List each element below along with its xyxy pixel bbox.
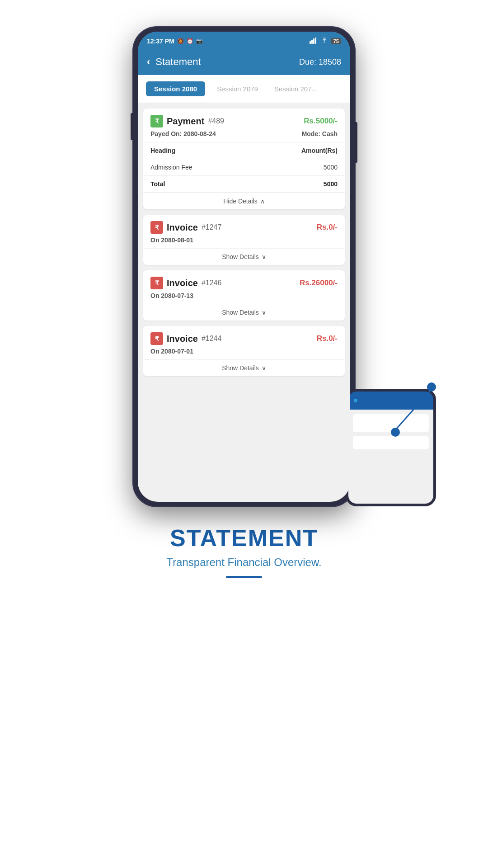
wifi-icon [320, 38, 328, 45]
invoice-icon-1: ₹ [150, 277, 163, 289]
chevron-down-icon-2: ∨ [262, 364, 266, 372]
clock-icon: ⏰ [187, 38, 193, 44]
col-heading: Heading [143, 142, 249, 159]
invoice-card-0: ₹ Invoice #1247 Rs.0/- On 2080-08-01 Sho… [143, 215, 345, 265]
svg-rect-0 [310, 41, 311, 44]
show-details-button-0[interactable]: Show Details ∨ [143, 248, 345, 265]
payment-icon: ₹ [150, 115, 163, 127]
invoice-amount-0: Rs.0/- [317, 223, 338, 232]
total-row: Total 5000 [143, 176, 345, 193]
invoice-date-0: On 2080-08-01 [143, 236, 345, 248]
tab-session-2079[interactable]: Session 2079 [212, 81, 263, 96]
content-area: ₹ Payment #489 Rs.5000/- Payed On: 2080-… [138, 103, 350, 387]
invoice-icon-2: ₹ [150, 332, 163, 345]
bottom-underline [226, 576, 262, 578]
payment-card-header: ₹ Payment #489 Rs.5000/- [143, 108, 345, 129]
bottom-section: STATEMENT Transparent Financial Overview… [166, 524, 321, 605]
page-title: Statement [155, 56, 201, 68]
invoice-icon-0: ₹ [150, 221, 163, 234]
invoice-number-0: #1247 [202, 223, 222, 231]
tab-session-2080[interactable]: Session 2080 [146, 81, 205, 96]
invoice-date-1: On 2080-07-13 [143, 291, 345, 304]
invoice-amount-1: Rs.26000/- [300, 278, 338, 288]
invoice-type-0: Invoice [167, 222, 198, 233]
power-button [355, 122, 357, 163]
chevron-down-icon-0: ∨ [262, 253, 266, 260]
invoice-type-2: Invoice [167, 334, 198, 344]
signal-icon [310, 38, 318, 45]
invoice-card-2: ₹ Invoice #1244 Rs.0/- On 2080-07-01 Sho… [143, 326, 345, 376]
invoice-type-1: Invoice [167, 278, 198, 288]
decoration-dots [386, 373, 441, 448]
payed-on: Payed On: 2080-08-24 [150, 130, 216, 137]
volume-button [131, 113, 133, 140]
camera-icon: 📷 [196, 38, 203, 44]
svg-line-6 [395, 389, 432, 430]
due-amount: Due: 18508 [299, 57, 341, 67]
time-text: 12:37 PM [147, 38, 174, 45]
invoice-title-1: ₹ Invoice #1246 [150, 277, 221, 289]
session-tabs: Session 2080 Session 2079 Session 207... [138, 75, 350, 103]
invoice-date-2: On 2080-07-01 [143, 347, 345, 359]
status-time: 12:37 PM 🔕 ⏰ 📷 [147, 38, 203, 45]
status-bar: 12:37 PM 🔕 ⏰ 📷 [138, 32, 350, 51]
svg-rect-3 [315, 38, 316, 44]
chevron-up-icon: ∧ [260, 198, 265, 205]
invoice-list: ₹ Invoice #1247 Rs.0/- On 2080-08-01 Sho… [143, 215, 345, 376]
payment-type: Payment [167, 116, 204, 127]
invoice-number-1: #1246 [202, 279, 222, 287]
status-icons: 75 [310, 38, 341, 45]
payment-table: Heading Amount(Rs) Admission Fee 5000 To… [143, 142, 345, 193]
chevron-down-icon-1: ∨ [262, 309, 266, 316]
payment-subtitle: Payed On: 2080-08-24 Mode: Cash [143, 129, 345, 142]
payment-mode: Mode: Cash [302, 130, 338, 137]
row-amount: 5000 [249, 159, 345, 176]
invoice-header-0: ₹ Invoice #1247 Rs.0/- [143, 215, 345, 236]
payment-title-group: ₹ Payment #489 [150, 115, 224, 127]
bottom-subtitle: Transparent Financial Overview. [166, 556, 321, 569]
svg-rect-2 [313, 38, 314, 44]
svg-rect-1 [311, 40, 313, 44]
hide-details-button[interactable]: Hide Details ∧ [143, 193, 345, 209]
show-details-button-2[interactable]: Show Details ∨ [143, 359, 345, 376]
payment-card: ₹ Payment #489 Rs.5000/- Payed On: 2080-… [143, 108, 345, 209]
col-amount: Amount(Rs) [249, 142, 345, 159]
phone-screen: 12:37 PM 🔕 ⏰ 📷 [138, 32, 350, 502]
invoice-number-2: #1244 [202, 335, 222, 343]
invoice-title-2: ₹ Invoice #1244 [150, 332, 221, 345]
payment-amount: Rs.5000/- [304, 117, 338, 126]
alarm-icon: 🔕 [177, 38, 184, 44]
table-row: Admission Fee 5000 [143, 159, 345, 176]
invoice-title-0: ₹ Invoice #1247 [150, 221, 221, 234]
battery-icon: 75 [331, 38, 341, 44]
invoice-amount-2: Rs.0/- [317, 334, 338, 343]
total-value: 5000 [249, 176, 345, 193]
show-details-button-1[interactable]: Show Details ∨ [143, 304, 345, 321]
tab-session-207x[interactable]: Session 207... [270, 81, 322, 96]
total-label: Total [143, 176, 249, 193]
app-header: ‹ Statement Due: 18508 [138, 51, 350, 75]
payment-number: #489 [208, 117, 224, 125]
back-button[interactable]: ‹ [147, 56, 150, 68]
invoice-card-1: ₹ Invoice #1246 Rs.26000/- On 2080-07-13… [143, 270, 345, 321]
invoice-header-1: ₹ Invoice #1246 Rs.26000/- [143, 270, 345, 291]
bottom-title: STATEMENT [166, 524, 321, 552]
invoice-header-2: ₹ Invoice #1244 Rs.0/- [143, 326, 345, 347]
row-heading: Admission Fee [143, 159, 249, 176]
